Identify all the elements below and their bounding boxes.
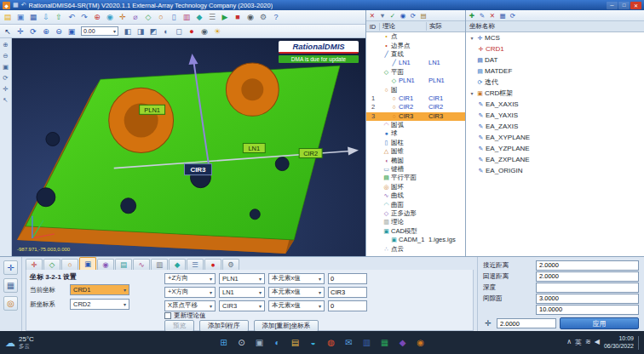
coordinate-row[interactable]: ✎ EA_ORIGIN — [466, 165, 644, 176]
tray-icon[interactable]: ∧ — [566, 338, 572, 347]
coordinate-row[interactable]: ✎ EA_YZPLANE — [466, 143, 644, 154]
feature-row[interactable]: ▣CAD模型 — [366, 227, 465, 236]
toolbar-icon[interactable]: ◉ — [244, 11, 256, 23]
label-cir3[interactable]: CIR3 — [185, 164, 212, 175]
feature-row[interactable]: ▣CADM_1 1.iges.igs — [366, 236, 465, 244]
update-theoretical-checkbox[interactable] — [164, 312, 171, 319]
toolbar-icon[interactable]: ▯ — [168, 11, 180, 23]
toolbar-icon[interactable]: ○ — [155, 11, 167, 23]
toolbar-icon[interactable]: ▥ — [181, 11, 193, 23]
module-tab[interactable]: ✛ — [26, 259, 43, 270]
module-tab[interactable]: ◆ — [169, 259, 186, 270]
feature-row[interactable]: ╱LN1 LN1 — [366, 59, 465, 67]
clock[interactable]: 10:09 06/30/2022 — [604, 335, 634, 351]
coordinate-row[interactable]: ✎ EA_XYPLANE — [466, 132, 644, 143]
feature-tool-icon[interactable]: ✓ — [388, 11, 397, 20]
side-tool-icon[interactable]: ▣ — [1, 62, 10, 71]
toolbar-icon[interactable]: ⇧ — [53, 11, 65, 23]
module-tab[interactable]: ◉ — [97, 259, 114, 270]
toolbar-icon[interactable]: ⌀ — [129, 11, 141, 23]
axis-offset-input[interactable] — [328, 300, 367, 311]
taskbar-app-icon[interactable]: ▤ — [289, 336, 302, 350]
coordinate-row[interactable]: ▤ MATDEF — [466, 66, 644, 77]
side-tool-icon[interactable]: ⟳ — [1, 73, 10, 83]
column-id[interactable]: ID — [366, 23, 380, 31]
taskbar-app-icon[interactable]: ◐ — [271, 336, 285, 350]
view-tool-icon[interactable]: ⟳ — [27, 26, 39, 37]
feature-row[interactable]: •边界点 — [366, 41, 465, 49]
axis-offset-input[interactable] — [328, 287, 367, 298]
feature-tool-icon[interactable]: ◉ — [399, 11, 407, 20]
feature-row[interactable]: ◠曲面 — [366, 200, 465, 208]
coordinate-row[interactable]: ✎ EA_XAXIS — [466, 99, 644, 110]
feature-row[interactable]: ∴点云 — [366, 244, 465, 253]
toolbar-icon[interactable]: ◆ — [193, 11, 205, 23]
probe-parameter-input[interactable] — [536, 283, 639, 293]
module-tab[interactable]: ☰ — [187, 259, 204, 270]
side-tool-icon[interactable]: ⊖ — [1, 51, 10, 60]
module-tab[interactable]: ● — [204, 259, 221, 270]
taskbar-app-icon[interactable]: ✉ — [342, 336, 356, 350]
feature-row[interactable]: ◖椭圆 — [366, 156, 465, 164]
module-tab[interactable]: ∿ — [133, 259, 150, 270]
toolbar-icon[interactable]: ✛ — [117, 11, 129, 23]
toolbar-icon[interactable]: ⇩ — [40, 11, 52, 23]
tray-icon[interactable]: ≋ — [585, 338, 591, 347]
maximize-button[interactable]: □ — [618, 2, 630, 9]
coordinate-row[interactable]: ▾ ▣ CRD框架 — [466, 88, 644, 99]
module-tab[interactable]: ▤ — [115, 259, 132, 270]
feature-row[interactable]: ◠圆弧 — [366, 121, 465, 129]
tray-icon[interactable]: ◀ — [595, 338, 600, 347]
toolbar-icon[interactable]: ? — [270, 11, 282, 23]
feature-tool-icon[interactable]: ⟳ — [409, 11, 417, 20]
feature-row[interactable]: ╱直线 — [366, 50, 465, 59]
feature-row[interactable]: 3 ○CIR3 CIR3 — [366, 112, 465, 121]
view-option-icon[interactable]: ● — [186, 26, 198, 37]
tolerance-value-combo[interactable]: 0.00 — [81, 26, 118, 36]
taskbar-app-icon[interactable]: ▥ — [360, 336, 374, 350]
column-actual[interactable]: 实际 — [427, 22, 465, 31]
viewport-3d[interactable]: PLN1 LN1 CIR2 CIR3 — [12, 38, 365, 256]
view-tool-icon[interactable]: ▣ — [66, 26, 78, 37]
axis-direction-select[interactable]: +Z方向 — [164, 273, 216, 284]
bottom-tool-icon[interactable]: ▦ — [3, 278, 18, 293]
coordinate-tool-icon[interactable]: ⟳ — [509, 11, 517, 20]
side-tool-icon[interactable]: ↖ — [1, 95, 10, 105]
show-desktop-button[interactable] — [638, 336, 641, 350]
taskbar-app-icon[interactable]: ◒ — [307, 336, 320, 350]
taskbar-app-icon[interactable]: ◆ — [396, 336, 410, 350]
feature-row[interactable]: •点 — [366, 32, 465, 41]
expand-icon[interactable]: ▾ — [469, 35, 475, 41]
probe-parameter-input[interactable] — [536, 260, 639, 271]
toolbar-icon[interactable]: ⊕ — [91, 11, 103, 23]
view-tool-icon[interactable]: ⊕ — [40, 26, 52, 37]
view-option-icon[interactable]: ◧ — [122, 26, 134, 37]
taskbar-app-icon[interactable]: ◉ — [414, 336, 428, 350]
label-cir2[interactable]: CIR2 — [299, 149, 322, 158]
taskbar-app-icon[interactable]: ▦ — [378, 336, 392, 350]
probe-parameter-input[interactable] — [536, 271, 639, 282]
view-option-icon[interactable]: ◩ — [147, 26, 159, 37]
taskbar-app-icon[interactable]: ⊙ — [235, 336, 249, 350]
coordinate-tool-icon[interactable]: ✚ — [468, 11, 476, 20]
feature-row[interactable]: ●球 — [366, 129, 465, 138]
toolbar-icon[interactable]: ■ — [232, 11, 244, 23]
taskbar-app-icon[interactable]: ▣ — [253, 336, 267, 350]
coordinate-row[interactable]: ⟳ 迭代 — [466, 77, 644, 88]
feature-row[interactable]: ▯圆柱 — [366, 139, 465, 147]
add-coordinate-system-button[interactable]: 添加[重新]坐标系 — [254, 320, 319, 332]
axis-mode-select[interactable]: 本元素x值 — [268, 273, 325, 284]
coordinate-tool-icon[interactable]: ✕ — [488, 11, 497, 20]
add-to-program-button[interactable]: 添加到程序 — [199, 320, 249, 332]
toolbar-icon[interactable]: ◉ — [104, 11, 116, 23]
axis-feature-select[interactable]: CIR3 — [219, 300, 265, 311]
side-tool-icon[interactable]: ✛ — [1, 84, 10, 94]
feature-row[interactable]: 1 ○CIR1 CIR1 — [366, 94, 465, 103]
axis-mode-select[interactable]: 本元素x值 — [268, 300, 325, 311]
coordinate-tool-icon[interactable]: ▦ — [498, 11, 507, 20]
probe-extra-input[interactable] — [497, 318, 556, 328]
view-tool-icon[interactable]: ⊖ — [53, 26, 65, 37]
view-option-icon[interactable]: ◻ — [173, 26, 185, 37]
view-tool-icon[interactable]: ✛ — [14, 26, 26, 37]
probe-parameter-input[interactable] — [536, 305, 639, 315]
